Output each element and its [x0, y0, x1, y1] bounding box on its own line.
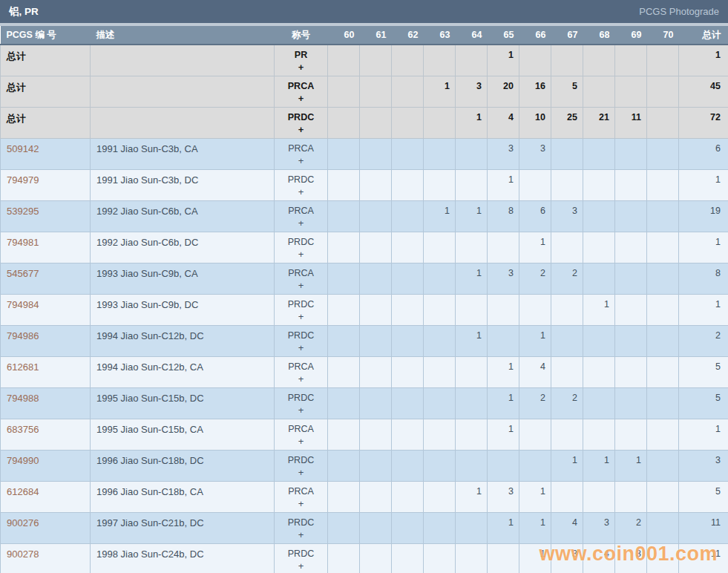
designation-label: PRCA — [275, 205, 327, 217]
grade-65-count: 20 — [488, 76, 519, 107]
designation-label: PRDC — [275, 454, 327, 466]
grade-66-count: 1 — [519, 543, 551, 573]
pcgs-photograde-link[interactable]: PCGS Photograde — [639, 6, 719, 17]
grade-60-count — [328, 356, 360, 387]
grade-69-count — [615, 325, 647, 356]
grade-62-count — [392, 169, 424, 200]
designation-plus: + — [275, 310, 327, 323]
pcgs-number-link[interactable]: 900276 — [7, 517, 39, 528]
grade-60-count — [328, 169, 360, 200]
designation-label: PRDC — [275, 330, 327, 341]
pcgs-number-link[interactable]: 612684 — [7, 486, 39, 497]
pcgs-number-cell: 794981 — [1, 232, 91, 263]
pcgs-number-link[interactable]: 794979 — [7, 174, 39, 186]
grade-68-count — [583, 232, 615, 263]
designation-plus: + — [275, 123, 327, 136]
grade-60-count — [328, 419, 360, 450]
pcgs-number-link[interactable]: 539295 — [7, 206, 39, 217]
pcgs-number-link[interactable]: 900278 — [7, 549, 39, 560]
pcgs-number-link[interactable]: 794990 — [7, 455, 39, 466]
grade-64-count: 1 — [456, 325, 488, 356]
grade-66-count — [519, 45, 551, 76]
grade-66-count: 6 — [519, 200, 551, 232]
pcgs-number-link[interactable]: 509142 — [7, 143, 39, 154]
designation-cell: PRCA+ — [275, 419, 328, 450]
grade-69-count — [615, 45, 647, 76]
grade-61-count — [360, 481, 392, 512]
grade-60-count — [328, 45, 360, 76]
designation-label: PRCA — [275, 423, 327, 435]
pcgs-number-link[interactable]: 794986 — [7, 330, 39, 341]
grade-63-count — [424, 387, 456, 419]
grade-62-count — [392, 232, 424, 263]
pcgs-number-link[interactable]: 545677 — [7, 268, 39, 279]
grade-65-count: 3 — [488, 263, 519, 294]
designation-cell: PRDC+ — [275, 232, 328, 263]
grade-62-count — [392, 450, 424, 481]
grade-66-count: 2 — [519, 263, 551, 294]
total-row: 总计PRCA+132016545 — [1, 76, 728, 107]
table-row: 5392951992 Jiao Sun-C6b, CAPRCA+1186319 — [1, 200, 728, 232]
designation-plus: + — [275, 528, 327, 541]
grade-67-count — [551, 45, 583, 76]
grade-62-count — [392, 356, 424, 387]
header-grade-66: 66 — [519, 26, 551, 45]
pcgs-number-cell: 794988 — [1, 387, 91, 419]
designation-cell: PRDC+ — [275, 450, 328, 481]
grade-62-count — [392, 325, 424, 356]
grade-61-count — [360, 294, 392, 325]
grade-70-count — [647, 450, 679, 481]
grade-64-count — [456, 419, 488, 450]
grade-60-count — [328, 200, 360, 232]
grade-68-count: 3 — [583, 512, 615, 543]
grade-67-count: 1 — [551, 450, 583, 481]
table-row: 9002781998 Jiao Sun-C24b, DCPRDC+134311 — [1, 543, 728, 573]
grade-67-count — [551, 419, 583, 450]
designation-label: PRCA — [275, 267, 327, 279]
grade-67-count: 25 — [551, 107, 583, 138]
row-total-count: 5 — [679, 387, 728, 419]
grade-63-count — [424, 232, 456, 263]
grade-66-count — [519, 294, 551, 325]
pcgs-number-link[interactable]: 612681 — [7, 361, 39, 373]
grade-61-count — [360, 419, 392, 450]
grade-61-count — [360, 263, 392, 294]
row-total-count: 11 — [679, 512, 728, 543]
grade-63-count — [424, 45, 456, 76]
pcgs-number-link[interactable]: 794984 — [7, 299, 39, 310]
total-row: 总计PRDC+141025211172 — [1, 107, 728, 138]
grade-66-count — [519, 419, 551, 450]
grade-67-count: 2 — [551, 263, 583, 294]
grade-68-count — [583, 419, 615, 450]
grade-62-count — [392, 387, 424, 419]
row-total-count: 1 — [679, 45, 728, 76]
grade-67-count — [551, 169, 583, 200]
pcgs-number-link[interactable]: 683756 — [7, 424, 39, 435]
grade-68-count — [583, 356, 615, 387]
designation-plus: + — [275, 61, 327, 73]
pcgs-number-link[interactable]: 794981 — [7, 237, 39, 248]
designation-plus: + — [275, 435, 327, 448]
coin-description: 1995 Jiao Sun-C15b, DC — [91, 387, 275, 419]
grade-62-count — [392, 45, 424, 76]
grade-70-count — [647, 76, 679, 107]
total-label: 总计 — [7, 50, 26, 62]
designation-cell: PRCA+ — [275, 263, 328, 294]
table-row: 5091421991 Jiao Sun-C3b, CAPRCA+336 — [1, 138, 728, 169]
row-total-count: 1 — [679, 294, 728, 325]
grade-63-count — [424, 107, 456, 138]
designation-label: PRCA — [275, 485, 327, 497]
grade-68-count: 21 — [583, 107, 615, 138]
grade-69-count — [615, 138, 647, 169]
designation-cell: PRDC+ — [275, 543, 328, 573]
row-total-count: 3 — [679, 450, 728, 481]
coin-description: 1991 Jiao Sun-C3b, DC — [91, 169, 275, 200]
pcgs-number-link[interactable]: 794988 — [7, 393, 39, 404]
total-label: 总计 — [7, 82, 26, 93]
grade-65-count: 1 — [488, 419, 519, 450]
grade-63-count: 1 — [424, 76, 456, 107]
coin-description: 1995 Jiao Sun-C15b, CA — [91, 419, 275, 450]
grade-64-count — [456, 450, 488, 481]
pcgs-number-cell: 683756 — [1, 419, 91, 450]
grade-62-count — [392, 419, 424, 450]
